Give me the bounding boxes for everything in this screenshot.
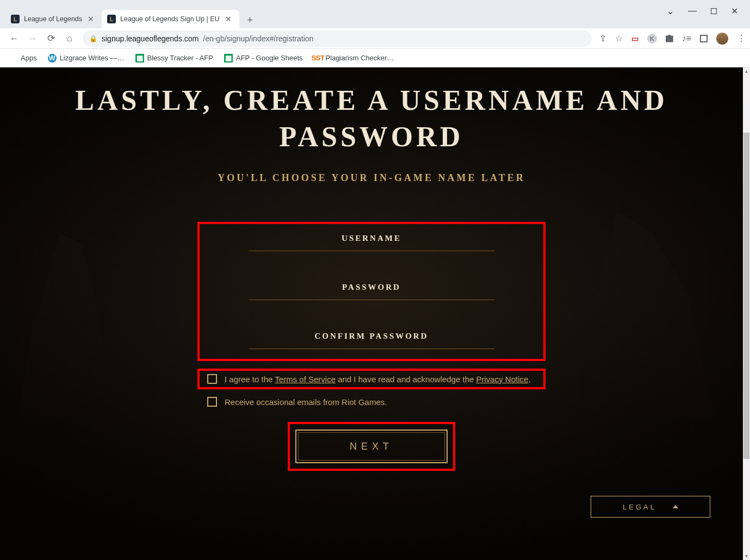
scroll-up-icon[interactable]: ▲ [743,67,750,75]
browser-tabstrip: L League of Legends ✕ L League of Legend… [0,8,750,28]
extensions-icon[interactable] [666,35,673,42]
bookmark-label: Apps [21,54,37,62]
extension-k-icon[interactable]: K [647,34,657,43]
confirm-password-label: CONFIRM PASSWORD [249,332,494,349]
next-highlight-box: NEXT [288,422,455,471]
close-window-icon[interactable]: ✕ [731,6,738,16]
next-button-label: NEXT [350,441,393,452]
back-button[interactable]: ← [9,33,20,44]
bookmark-label: Blessy Tracker - AFP [147,54,213,62]
url-path: /en-gb/signup/index#/registration [203,34,313,43]
bookmark-star-icon[interactable]: ☆ [615,33,623,43]
password-field[interactable]: PASSWORD [249,283,494,300]
form-highlight-box: USERNAME PASSWORD CONFIRM PASSWORD [197,222,546,361]
gsheet-icon: ▦ [224,54,233,63]
triangle-up-icon [673,505,678,508]
window-controls: ⌄ ― ✕ [667,0,750,22]
lol-favicon-icon: L [11,15,20,23]
home-button[interactable]: ⌂ [64,33,75,44]
forward-button: → [27,33,38,44]
sst-icon: SST [314,54,323,63]
emails-optin-text: Receive occasional emails from Riot Game… [225,397,387,407]
lock-icon: 🔒 [89,35,97,42]
bookmark-item[interactable]: ▦ AFP - Google Sheets [224,54,303,63]
browser-toolbar: ← → ⟳ ⌂ 🔒 signup.leagueoflegends.com/en-… [0,28,750,49]
maximize-icon[interactable] [711,8,717,14]
username-label: USERNAME [249,234,494,251]
chevron-down-icon[interactable]: ⌄ [667,6,674,16]
terms-end: . [528,375,530,384]
username-field[interactable]: USERNAME [249,234,494,251]
page-viewport: LASTLY, CREATE A USERNAME AND PASSWORD Y… [0,67,750,560]
password-label: PASSWORD [249,283,494,300]
terms-text: I agree to the Terms of Service and I ha… [225,375,531,384]
next-button[interactable]: NEXT [295,430,448,463]
terms-highlight-box: I agree to the Terms of Service and I ha… [197,369,546,389]
page-subtitle: YOU'LL CHOOSE YOUR IN-GAME NAME LATER [218,172,525,184]
scroll-down-icon[interactable]: ▼ [743,552,750,560]
url-host: signup.leagueoflegends.com [102,34,199,43]
tab-title: League of Legends Sign Up | EU [120,15,220,23]
window-titlebar [0,0,750,8]
bookmark-apps[interactable]: Apps [9,54,37,63]
gsheet-icon: ▦ [135,54,144,63]
bookmark-label: AFP - Google Sheets [236,54,303,62]
bookmark-label: Lizgrace Writes —… [60,54,125,62]
terms-checkbox[interactable] [207,374,217,384]
terms-mid: and I have read and acknowledge the [336,375,476,384]
mcafee-icon[interactable]: ▭ [631,34,639,43]
apps-icon [9,54,17,63]
confirm-password-field[interactable]: CONFIRM PASSWORD [249,332,494,349]
profile-avatar[interactable] [716,33,728,45]
bookmark-item[interactable]: ▦ Blessy Tracker - AFP [135,54,213,63]
close-tab-icon[interactable]: ✕ [86,15,95,23]
terms-of-service-link[interactable]: Terms of Service [275,375,336,384]
input-underline [249,300,494,300]
vertical-scrollbar[interactable]: ▲ ▼ [743,67,750,560]
tab-title: League of Legends [24,15,82,23]
scrollbar-thumb[interactable] [743,133,749,459]
legal-label: LEGAL [623,503,656,511]
page-title: LASTLY, CREATE A USERNAME AND PASSWORD [72,83,671,155]
reload-button[interactable]: ⟳ [46,33,57,44]
minimize-icon[interactable]: ― [688,6,697,16]
terms-pre: I agree to the [225,375,275,384]
browser-tab-active[interactable]: L League of Legends Sign Up | EU ✕ [102,10,239,28]
media-icon[interactable]: ♪≡ [682,34,691,43]
emails-checkbox[interactable] [207,397,217,407]
kebab-menu-icon[interactable]: ⋮ [737,33,746,43]
new-tab-button[interactable]: + [243,13,258,28]
toolbar-actions: ⇪ ☆ ▭ K ♪≡ ⋮ [599,33,746,45]
input-underline [249,251,494,251]
address-bar[interactable]: 🔒 signup.leagueoflegends.com/en-gb/signu… [83,30,592,47]
bookmark-item[interactable]: SST Plagiarism Checker… [314,54,394,63]
bookmark-item[interactable]: W Lizgrace Writes —… [48,54,125,63]
lol-favicon-icon: L [107,15,116,23]
sidepanel-icon[interactable] [700,35,708,42]
browser-tab[interactable]: L League of Legends ✕ [5,10,102,28]
privacy-notice-link[interactable]: Privacy Notice [476,375,529,384]
bookmarks-bar: Apps W Lizgrace Writes —… ▦ Blessy Track… [0,49,750,67]
close-tab-icon[interactable]: ✕ [224,15,233,23]
legal-dropdown[interactable]: LEGAL [591,496,710,518]
wordpress-icon: W [48,54,57,63]
input-underline [249,349,494,349]
emails-optin-row: Receive occasional emails from Riot Game… [197,397,546,407]
share-icon[interactable]: ⇪ [599,33,606,43]
bookmark-label: Plagiarism Checker… [326,54,394,62]
